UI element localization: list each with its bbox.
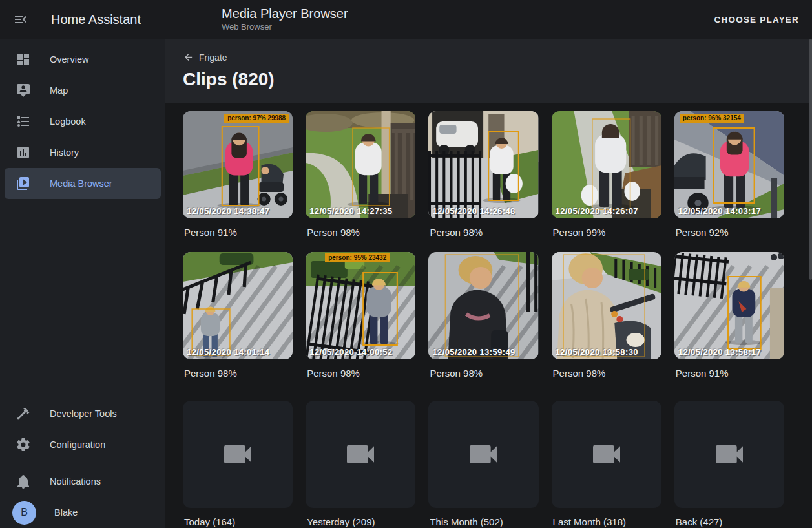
view-dashboard-icon [16, 52, 31, 67]
video-icon [465, 436, 501, 472]
video-icon [588, 436, 625, 472]
clip-timestamp-overlay: 12/05/2020 14:26:48 [432, 206, 515, 216]
folder-card: This Month (502) [428, 401, 538, 528]
folder-card: Back (427) [674, 401, 784, 528]
clip-scene-image [674, 111, 784, 218]
video-icon [711, 436, 747, 472]
clip-timestamp-overlay: 12/05/2020 14:03:17 [678, 206, 761, 216]
clip-thumbnail[interactable]: 12/05/2020 13:59:49 [428, 252, 538, 359]
sidebar-item-label: Logbook [50, 116, 86, 127]
clip-thumbnail[interactable]: 12/05/2020 13:58:30 [552, 252, 661, 359]
sidebar-item-overview[interactable]: Overview [5, 44, 161, 75]
clip-caption: Person 91% [184, 227, 293, 238]
breadcrumb-back-frigate[interactable]: Frigate [183, 52, 227, 63]
clip-scene-image [428, 252, 538, 359]
clip-timestamp-overlay: 12/05/2020 13:58:30 [556, 347, 638, 357]
sidebar-nav: Overview Map Logbook History Media Brows… [0, 39, 165, 199]
clip-thumbnail[interactable]: person: 95% 23432 12/05/2020 14:00:52 [306, 252, 415, 359]
sidebar-item-label: History [50, 147, 79, 158]
clip-card: person: 95% 23432 12/05/2020 14:00:52 Pe… [306, 252, 415, 393]
clip-timestamp-overlay: 12/05/2020 14:00:52 [309, 347, 392, 357]
sidebar-item-media-browser[interactable]: Media Browser [5, 168, 161, 199]
clip-scene-image [183, 111, 293, 218]
folder-thumbnail[interactable] [306, 401, 415, 508]
content-header: Frigate Clips (820) [165, 39, 812, 103]
main-content: Frigate Clips (820) person: 97% 29988 12… [165, 39, 812, 528]
sidebar-item-user[interactable]: B Blake [5, 497, 161, 528]
clip-caption: Person 98% [307, 227, 415, 238]
choose-player-button[interactable]: CHOOSE PLAYER [708, 10, 806, 30]
clip-thumbnail[interactable]: 12/05/2020 14:27:35 [306, 111, 415, 218]
page-header-block: Media Player Browser Web Browser [222, 6, 348, 32]
clip-thumbnail[interactable]: 12/05/2020 13:58:17 [674, 252, 784, 359]
clip-thumbnail[interactable]: 12/05/2020 14:26:07 [552, 111, 661, 218]
clip-thumbnail[interactable]: 12/05/2020 14:01:14 [183, 252, 293, 359]
clip-timestamp-overlay: 12/05/2020 14:38:47 [187, 206, 269, 216]
folder-caption: This Month (502) [430, 516, 538, 527]
detection-tag: person: 96% 32154 [680, 114, 744, 123]
web-browser-subtitle: Web Browser [222, 23, 348, 32]
clip-card: 12/05/2020 13:58:17 Person 91% [674, 252, 784, 393]
menu-open-icon[interactable] [13, 12, 28, 27]
clip-caption: Person 98% [430, 227, 538, 238]
app-title: Home Assistant [51, 12, 165, 27]
clip-card: 12/05/2020 14:27:35 Person 98% [306, 111, 415, 252]
app-bar: Home Assistant Media Player Browser Web … [0, 0, 812, 39]
sidebar-item-label: Media Browser [50, 178, 112, 189]
clip-card: person: 97% 29988 12/05/2020 14:38:47 Pe… [183, 111, 293, 252]
clip-thumbnail[interactable]: person: 97% 29988 12/05/2020 14:38:47 [183, 111, 293, 218]
clip-thumbnail[interactable]: 12/05/2020 14:26:48 [428, 111, 538, 218]
clip-timestamp-overlay: 12/05/2020 13:58:17 [678, 347, 761, 357]
clip-caption: Person 98% [430, 368, 538, 379]
media-player-browser-title: Media Player Browser [222, 6, 348, 21]
clip-scene-image [552, 252, 661, 359]
sidebar-item-configuration[interactable]: Configuration [5, 429, 161, 460]
user-name: Blake [54, 507, 78, 518]
sidebar-spacer [0, 199, 165, 398]
account-location-icon [16, 83, 31, 98]
folder-card: Today (164) [183, 401, 293, 528]
clip-card: 12/05/2020 14:01:14 Person 98% [183, 252, 293, 393]
clip-card: 12/05/2020 13:58:30 Person 98% [552, 252, 661, 393]
clip-card: 12/05/2020 13:59:49 Person 98% [428, 252, 538, 393]
sidebar-footer-nav: Developer Tools Configuration [0, 398, 165, 460]
folder-thumbnail[interactable] [674, 401, 784, 508]
clip-card: 12/05/2020 14:26:07 Person 99% [552, 111, 661, 252]
sidebar-item-history[interactable]: History [5, 137, 161, 168]
folder-thumbnail[interactable] [183, 401, 293, 508]
sidebar-item-map[interactable]: Map [5, 75, 161, 106]
folder-thumbnail[interactable] [428, 401, 538, 508]
clip-scene-image [183, 252, 293, 359]
clip-caption: Person 99% [553, 227, 661, 238]
hammer-icon [16, 406, 31, 421]
clip-caption: Person 92% [676, 227, 784, 238]
scrollbar[interactable] [809, 39, 812, 280]
folder-caption: Back (427) [676, 516, 784, 527]
sidebar-item-developer-tools[interactable]: Developer Tools [5, 398, 161, 429]
sidebar-item-label: Developer Tools [50, 408, 117, 419]
clip-caption: Person 98% [553, 368, 661, 379]
sidebar-item-label: Overview [50, 54, 88, 65]
folders-grid: Today (164) Yesterday (209) This Month (… [165, 393, 812, 528]
sidebar-item-label: Map [50, 85, 68, 96]
clip-scene-image [306, 111, 415, 218]
clip-scene-image [552, 111, 661, 218]
breadcrumb-label: Frigate [199, 52, 227, 63]
clip-scene-image [428, 111, 538, 218]
folder-thumbnail[interactable] [552, 401, 661, 508]
clip-timestamp-overlay: 12/05/2020 14:27:35 [309, 206, 392, 216]
clip-thumbnail[interactable]: person: 96% 32154 12/05/2020 14:03:17 [674, 111, 784, 218]
logbook-list-icon [16, 114, 31, 129]
video-icon [342, 436, 379, 472]
clip-timestamp-overlay: 12/05/2020 14:01:14 [187, 347, 269, 357]
clip-card: 12/05/2020 14:26:48 Person 98% [428, 111, 538, 252]
sidebar-divider [0, 463, 165, 463]
play-box-multiple-icon [16, 176, 31, 191]
sidebar-item-notifications[interactable]: Notifications [5, 466, 161, 497]
folder-caption: Today (164) [184, 516, 293, 527]
sidebar-item-label: Configuration [50, 439, 105, 450]
detection-tag: person: 95% 23432 [325, 253, 390, 262]
page-title: Clips (820) [183, 69, 812, 90]
sidebar-item-logbook[interactable]: Logbook [5, 106, 161, 137]
folder-caption: Last Month (318) [553, 516, 661, 527]
